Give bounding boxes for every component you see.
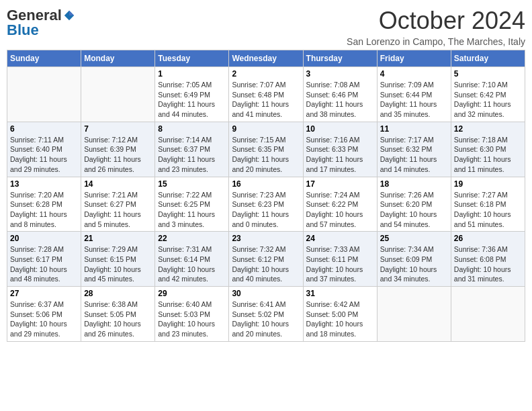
calendar-cell: 5Sunrise: 7:10 AMSunset: 6:42 PMDaylight… — [451, 67, 525, 122]
day-info: Sunrise: 6:40 AMSunset: 5:03 PMDaylight:… — [158, 300, 226, 339]
day-number: 11 — [380, 124, 448, 134]
day-number: 21 — [84, 234, 152, 243]
weekday-header-thursday: Thursday — [303, 50, 377, 67]
day-number: 8 — [158, 124, 226, 134]
day-number: 13 — [10, 179, 78, 189]
calendar-cell: 31Sunrise: 6:42 AMSunset: 5:00 PMDayligh… — [303, 287, 377, 342]
calendar-cell: 28Sunrise: 6:38 AMSunset: 5:05 PMDayligh… — [81, 287, 155, 342]
calendar-cell: 13Sunrise: 7:20 AMSunset: 6:28 PMDayligh… — [7, 177, 81, 232]
day-number: 24 — [306, 234, 374, 243]
calendar-cell: 3Sunrise: 7:08 AMSunset: 6:46 PMDaylight… — [303, 67, 377, 122]
day-number: 12 — [454, 124, 522, 134]
day-info: Sunrise: 7:36 AMSunset: 6:08 PMDaylight:… — [454, 244, 522, 284]
day-number: 22 — [158, 234, 226, 243]
page-header: General Blue October 2024 San Lorenzo in… — [7, 7, 525, 47]
weekday-header-friday: Friday — [377, 50, 451, 67]
calendar-cell: 17Sunrise: 7:24 AMSunset: 6:22 PMDayligh… — [303, 177, 377, 232]
calendar-cell: 11Sunrise: 7:17 AMSunset: 6:32 PMDayligh… — [377, 122, 451, 177]
day-number: 15 — [158, 179, 226, 189]
weekday-header-sunday: Sunday — [7, 50, 81, 67]
day-number: 19 — [454, 179, 522, 189]
logo-icon — [63, 9, 75, 21]
day-info: Sunrise: 7:18 AMSunset: 6:30 PMDaylight:… — [454, 135, 522, 175]
calendar-week-row: 1Sunrise: 7:05 AMSunset: 6:49 PMDaylight… — [7, 67, 525, 122]
day-number: 2 — [232, 69, 300, 79]
day-info: Sunrise: 7:11 AMSunset: 6:40 PMDaylight:… — [10, 135, 78, 175]
day-info: Sunrise: 7:10 AMSunset: 6:42 PMDaylight:… — [454, 80, 522, 120]
weekday-header-tuesday: Tuesday — [155, 50, 229, 67]
day-info: Sunrise: 7:27 AMSunset: 6:18 PMDaylight:… — [454, 190, 522, 230]
calendar-cell — [7, 67, 81, 122]
calendar-cell: 2Sunrise: 7:07 AMSunset: 6:48 PMDaylight… — [229, 67, 303, 122]
svg-marker-1 — [69, 11, 74, 15]
logo: General Blue — [7, 7, 75, 39]
day-number: 7 — [84, 124, 152, 134]
day-info: Sunrise: 7:12 AMSunset: 6:39 PMDaylight:… — [84, 135, 152, 175]
day-number: 23 — [232, 234, 300, 243]
day-number: 14 — [84, 179, 152, 189]
calendar-cell: 8Sunrise: 7:14 AMSunset: 6:37 PMDaylight… — [155, 122, 229, 177]
calendar-cell: 15Sunrise: 7:22 AMSunset: 6:25 PMDayligh… — [155, 177, 229, 232]
day-info: Sunrise: 7:16 AMSunset: 6:33 PMDaylight:… — [306, 135, 374, 175]
day-info: Sunrise: 7:24 AMSunset: 6:22 PMDaylight:… — [306, 190, 374, 230]
day-info: Sunrise: 7:26 AMSunset: 6:20 PMDaylight:… — [380, 190, 448, 230]
month-title: October 2024 — [347, 7, 525, 35]
calendar-table: SundayMondayTuesdayWednesdayThursdayFrid… — [7, 50, 525, 342]
day-number: 31 — [306, 289, 374, 298]
calendar-cell: 4Sunrise: 7:09 AMSunset: 6:44 PMDaylight… — [377, 67, 451, 122]
calendar-cell: 7Sunrise: 7:12 AMSunset: 6:39 PMDaylight… — [81, 122, 155, 177]
day-number: 10 — [306, 124, 374, 134]
day-number: 4 — [380, 69, 448, 79]
calendar-cell: 9Sunrise: 7:15 AMSunset: 6:35 PMDaylight… — [229, 122, 303, 177]
calendar-cell: 10Sunrise: 7:16 AMSunset: 6:33 PMDayligh… — [303, 122, 377, 177]
calendar-cell: 30Sunrise: 6:41 AMSunset: 5:02 PMDayligh… — [229, 287, 303, 342]
day-number: 9 — [232, 124, 300, 134]
calendar-cell — [81, 67, 155, 122]
day-number: 5 — [454, 69, 522, 79]
day-number: 18 — [380, 179, 448, 189]
day-number: 28 — [84, 289, 152, 298]
day-info: Sunrise: 6:41 AMSunset: 5:02 PMDaylight:… — [232, 300, 300, 339]
day-info: Sunrise: 7:23 AMSunset: 6:23 PMDaylight:… — [232, 190, 300, 230]
calendar-cell: 26Sunrise: 7:36 AMSunset: 6:08 PMDayligh… — [451, 232, 525, 287]
day-info: Sunrise: 7:14 AMSunset: 6:37 PMDaylight:… — [158, 135, 226, 175]
calendar-cell: 14Sunrise: 7:21 AMSunset: 6:27 PMDayligh… — [81, 177, 155, 232]
day-number: 25 — [380, 234, 448, 243]
day-info: Sunrise: 7:07 AMSunset: 6:48 PMDaylight:… — [232, 80, 300, 120]
day-info: Sunrise: 6:37 AMSunset: 5:06 PMDaylight:… — [10, 300, 78, 339]
weekday-header-wednesday: Wednesday — [229, 50, 303, 67]
calendar-week-row: 6Sunrise: 7:11 AMSunset: 6:40 PMDaylight… — [7, 122, 525, 177]
day-number: 1 — [158, 69, 226, 79]
day-info: Sunrise: 7:31 AMSunset: 6:14 PMDaylight:… — [158, 244, 226, 284]
weekday-header-monday: Monday — [81, 50, 155, 67]
day-info: Sunrise: 7:34 AMSunset: 6:09 PMDaylight:… — [380, 244, 448, 284]
day-number: 3 — [306, 69, 374, 79]
day-info: Sunrise: 7:32 AMSunset: 6:12 PMDaylight:… — [232, 244, 300, 284]
weekday-header-saturday: Saturday — [451, 50, 525, 67]
day-info: Sunrise: 7:20 AMSunset: 6:28 PMDaylight:… — [10, 190, 78, 230]
day-number: 26 — [454, 234, 522, 243]
calendar-cell: 21Sunrise: 7:29 AMSunset: 6:15 PMDayligh… — [81, 232, 155, 287]
day-info: Sunrise: 6:42 AMSunset: 5:00 PMDaylight:… — [306, 300, 374, 339]
calendar-header-row: SundayMondayTuesdayWednesdayThursdayFrid… — [7, 50, 525, 67]
calendar-cell — [377, 287, 451, 342]
day-info: Sunrise: 7:08 AMSunset: 6:46 PMDaylight:… — [306, 80, 374, 120]
calendar-cell: 18Sunrise: 7:26 AMSunset: 6:20 PMDayligh… — [377, 177, 451, 232]
location-subtitle: San Lorenzo in Campo, The Marches, Italy — [347, 36, 525, 47]
calendar-cell: 22Sunrise: 7:31 AMSunset: 6:14 PMDayligh… — [155, 232, 229, 287]
logo-blue: Blue — [7, 21, 39, 39]
day-number: 27 — [10, 289, 78, 298]
day-info: Sunrise: 7:09 AMSunset: 6:44 PMDaylight:… — [380, 80, 448, 120]
day-info: Sunrise: 7:05 AMSunset: 6:49 PMDaylight:… — [158, 80, 226, 120]
calendar-cell: 19Sunrise: 7:27 AMSunset: 6:18 PMDayligh… — [451, 177, 525, 232]
calendar-cell: 6Sunrise: 7:11 AMSunset: 6:40 PMDaylight… — [7, 122, 81, 177]
calendar-cell: 27Sunrise: 6:37 AMSunset: 5:06 PMDayligh… — [7, 287, 81, 342]
day-info: Sunrise: 7:22 AMSunset: 6:25 PMDaylight:… — [158, 190, 226, 230]
day-info: Sunrise: 7:17 AMSunset: 6:32 PMDaylight:… — [380, 135, 448, 175]
calendar-week-row: 27Sunrise: 6:37 AMSunset: 5:06 PMDayligh… — [7, 287, 525, 342]
title-section: October 2024 San Lorenzo in Campo, The M… — [347, 7, 525, 47]
calendar-cell: 23Sunrise: 7:32 AMSunset: 6:12 PMDayligh… — [229, 232, 303, 287]
calendar-cell: 29Sunrise: 6:40 AMSunset: 5:03 PMDayligh… — [155, 287, 229, 342]
day-number: 6 — [10, 124, 78, 134]
day-number: 30 — [232, 289, 300, 298]
